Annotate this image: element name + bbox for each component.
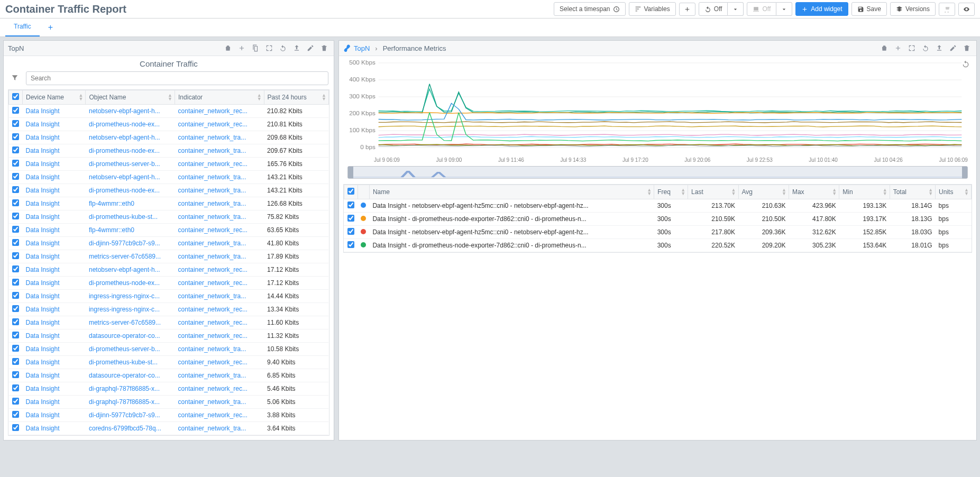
table-row[interactable]: Data Insight - netobserv-ebpf-agent-hz5m… — [344, 226, 971, 239]
scrubber-track[interactable] — [353, 167, 962, 178]
table-row[interactable]: Data Insight di-prometheus-server-b... c… — [9, 343, 329, 356]
plus-tool-icon[interactable] — [236, 43, 247, 53]
toggle-off-2-chevron[interactable] — [776, 2, 792, 16]
cell-device[interactable]: Data Insight — [23, 343, 86, 356]
row-checkbox[interactable] — [12, 107, 19, 114]
trash-icon[interactable] — [319, 43, 329, 53]
table-row[interactable]: Data Insight netobserv-ebpf-agent-h... c… — [9, 263, 329, 277]
toggle-off-2[interactable]: Off — [747, 2, 776, 16]
cell-object[interactable]: metrics-server-67c6589... — [86, 316, 175, 329]
plus-tool-icon[interactable] — [893, 43, 903, 53]
cell-indicator[interactable]: container_network_rec... — [175, 303, 264, 316]
cell-object[interactable]: di-prometheus-kube-st... — [86, 210, 175, 224]
cell-indicator[interactable]: container_network_rec... — [175, 356, 264, 369]
table-row[interactable]: Data Insight coredns-6799fbcd5-78q... co… — [9, 422, 329, 435]
col-indicator[interactable]: Indicator▲▼ — [175, 90, 264, 105]
cell-object[interactable]: coredns-6799fbcd5-78q... — [86, 422, 175, 435]
cell-object[interactable]: netobserv-ebpf-agent-h... — [86, 171, 175, 184]
cell-indicator[interactable]: container_network_tra... — [175, 184, 264, 197]
cell-object[interactable]: di-prometheus-node-ex... — [86, 184, 175, 197]
table-row[interactable]: Data Insight di-prometheus-node-ex... co… — [9, 184, 329, 197]
cell-object[interactable]: datasource-operator-co... — [86, 369, 175, 382]
cell-device[interactable]: Data Insight — [23, 409, 86, 422]
table-row[interactable]: Data Insight di-graphql-787f86885-x... c… — [9, 382, 329, 396]
refresh-tool-icon[interactable] — [278, 43, 288, 53]
cell-indicator[interactable]: container_network_tra... — [175, 422, 264, 435]
cell-device[interactable]: Data Insight — [23, 356, 86, 369]
row-checkbox[interactable] — [12, 279, 19, 286]
edit-icon[interactable] — [948, 43, 958, 53]
row-checkbox[interactable] — [12, 398, 19, 405]
expand-icon[interactable] — [264, 43, 274, 53]
filter-icon[interactable] — [9, 72, 21, 85]
col-device[interactable]: Device Name▲▼ — [23, 90, 86, 105]
cell-indicator[interactable]: container_network_tra... — [175, 144, 264, 158]
col-freq[interactable]: Freq▲▼ — [654, 185, 688, 199]
perf-header-checkbox[interactable] — [344, 185, 358, 199]
row-checkbox[interactable] — [12, 411, 19, 418]
cell-device[interactable]: Data Insight — [23, 197, 86, 210]
table-row[interactable]: Data Insight netobserv-ebpf-agent-h... c… — [9, 131, 329, 144]
cell-object[interactable]: di-djinn-5977cb9cb7-s9... — [86, 237, 175, 250]
row-checkbox[interactable] — [12, 120, 19, 127]
table-row[interactable]: Data Insight - di-prometheus-node-export… — [344, 213, 971, 226]
cell-device[interactable]: Data Insight — [23, 184, 86, 197]
row-checkbox[interactable] — [12, 133, 19, 140]
cell-indicator[interactable]: container_network_rec... — [175, 263, 264, 277]
timespan-button[interactable]: Select a timespan — [554, 2, 625, 16]
col-last[interactable]: Last▲▼ — [688, 185, 738, 199]
cell-indicator[interactable]: container_network_tra... — [175, 396, 264, 409]
table-row[interactable]: Data Insight metrics-server-67c6589... c… — [9, 316, 329, 329]
table-row[interactable]: Data Insight netobserv-ebpf-agent-h... c… — [9, 171, 329, 184]
cell-object[interactable]: di-prometheus-node-ex... — [86, 277, 175, 290]
cell-object[interactable]: netobserv-ebpf-agent-h... — [86, 131, 175, 144]
row-checkbox[interactable] — [347, 215, 354, 222]
table-row[interactable]: Data Insight ingress-ingress-nginx-c... … — [9, 290, 329, 303]
cell-device[interactable]: Data Insight — [23, 303, 86, 316]
cell-device[interactable]: Data Insight — [23, 118, 86, 131]
cell-indicator[interactable]: container_network_tra... — [175, 369, 264, 382]
cell-indicator[interactable]: container_network_tra... — [175, 131, 264, 144]
cell-device[interactable]: Data Insight — [23, 263, 86, 277]
cell-device[interactable]: Data Insight — [23, 144, 86, 158]
cell-device[interactable]: Data Insight — [23, 277, 86, 290]
row-checkbox[interactable] — [12, 146, 19, 153]
table-row[interactable]: Data Insight datasource-operator-co... c… — [9, 369, 329, 382]
expand-icon[interactable] — [906, 43, 917, 53]
cell-object[interactable]: ingress-ingress-nginx-c... — [86, 290, 175, 303]
cart-button[interactable] — [939, 3, 955, 16]
cell-object[interactable]: di-prometheus-server-b... — [86, 158, 175, 171]
table-row[interactable]: Data Insight metrics-server-67c6589... c… — [9, 250, 329, 263]
cell-object[interactable]: flp-4wmmr::eth0 — [86, 224, 175, 237]
table-header-checkbox[interactable] — [9, 90, 23, 105]
breadcrumb-topn[interactable]: TopN — [354, 44, 370, 52]
cell-device[interactable]: Data Insight — [23, 171, 86, 184]
performance-chart[interactable]: 500 Kbps400 Kbps300 Kbps200 Kbps100 Kbps… — [347, 60, 968, 155]
cell-object[interactable]: di-prometheus-server-b... — [86, 343, 175, 356]
cell-indicator[interactable]: container_network_tra... — [175, 197, 264, 210]
cell-object[interactable]: di-prometheus-kube-st... — [86, 356, 175, 369]
table-row[interactable]: Data Insight di-prometheus-server-b... c… — [9, 158, 329, 171]
time-scrubber[interactable] — [347, 166, 968, 179]
basket-icon[interactable] — [223, 43, 233, 53]
cell-indicator[interactable]: container_network_rec... — [175, 118, 264, 131]
cell-device[interactable]: Data Insight — [23, 224, 86, 237]
scrubber-handle-left[interactable] — [348, 167, 353, 178]
col-past24[interactable]: Past 24 hours▲▼ — [264, 90, 328, 105]
cell-device[interactable]: Data Insight — [23, 369, 86, 382]
cell-object[interactable]: di-djinn-5977cb9cb7-s9... — [86, 409, 175, 422]
cell-indicator[interactable]: container_network_rec... — [175, 382, 264, 396]
cell-object[interactable]: netobserv-ebpf-agent-h... — [86, 105, 175, 118]
cell-object[interactable]: metrics-server-67c6589... — [86, 250, 175, 263]
col-total[interactable]: Total▲▼ — [890, 185, 935, 199]
plus-button[interactable] — [679, 3, 695, 16]
variables-button[interactable]: Variables — [629, 2, 676, 16]
versions-button[interactable]: Versions — [890, 2, 936, 16]
cell-indicator[interactable]: container_network_tra... — [175, 237, 264, 250]
export-icon[interactable] — [934, 43, 945, 53]
cell-object[interactable]: di-graphql-787f86885-x... — [86, 396, 175, 409]
row-checkbox[interactable] — [12, 384, 19, 391]
row-checkbox[interactable] — [12, 358, 19, 365]
table-row[interactable]: Data Insight di-prometheus-node-ex... co… — [9, 144, 329, 158]
basket-icon[interactable] — [879, 43, 890, 53]
